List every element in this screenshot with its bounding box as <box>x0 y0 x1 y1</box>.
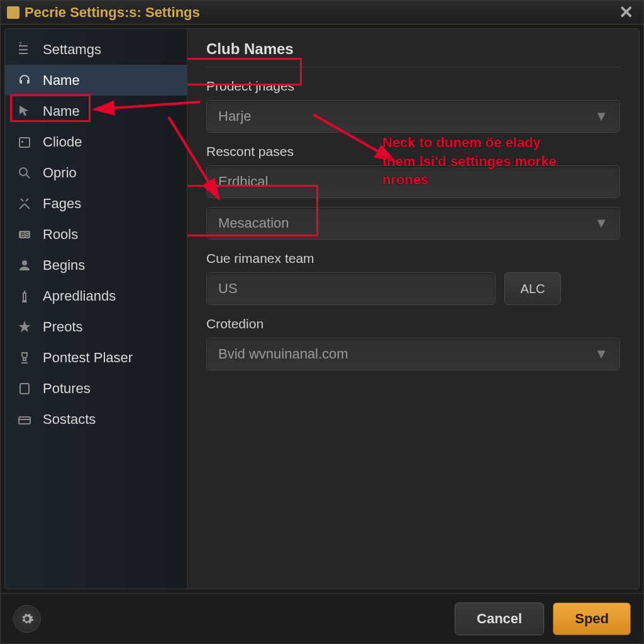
gear-icon[interactable] <box>13 605 41 633</box>
sidebar-item-label: Apredliands <box>43 288 116 304</box>
chevron-down-icon: ▼ <box>594 346 608 362</box>
sidebar-item-name[interactable]: Name <box>5 65 187 96</box>
sidebar-item-label: Oprio <box>43 165 77 181</box>
sidebar-item-sostacts[interactable]: Sostacts <box>5 404 187 435</box>
magnify-icon <box>16 165 33 181</box>
sidebar: 7SettamgsNameNameCliodeOprioFagesBSRools… <box>5 29 187 589</box>
settings-window: Pecrie Settings:s: Settings ✕ 7SettamgsN… <box>0 0 644 644</box>
person-icon <box>16 257 33 274</box>
chevron-down-icon: ▼ <box>594 108 608 125</box>
sidebar-item-fages[interactable]: Fages <box>5 188 187 219</box>
svg-rect-7 <box>20 384 29 394</box>
alc-button[interactable]: ALC <box>504 272 561 305</box>
sidebar-item-begins[interactable]: Begins <box>5 250 187 280</box>
save-button[interactable]: Sped <box>553 602 631 635</box>
cursor-icon <box>16 103 33 119</box>
candle-icon <box>16 288 33 304</box>
svg-rect-1 <box>19 138 30 147</box>
app-icon <box>7 6 19 19</box>
input-value: US <box>218 280 238 297</box>
svg-rect-2 <box>21 141 23 143</box>
sidebar-item-label: Preots <box>43 319 83 335</box>
window-body: 7SettamgsNameNameCliodeOprioFagesBSRools… <box>4 28 640 589</box>
sidebar-item-label: Potures <box>43 380 91 397</box>
svg-text:7: 7 <box>18 42 22 48</box>
select-value: Mesacation <box>218 215 289 231</box>
footer: Cancel Sped <box>1 593 643 643</box>
headset-icon <box>16 72 33 89</box>
sidebar-item-label: Name <box>43 103 80 119</box>
device-icon <box>16 380 33 397</box>
chest-icon <box>16 411 33 428</box>
sidebar-item-label: Sostacts <box>43 411 96 428</box>
crotedion-select[interactable]: Bvid wvnuinanal.com ▼ <box>206 338 620 370</box>
bs-icon: BS <box>16 226 33 243</box>
sidebar-item-oprio[interactable]: Oprio <box>5 157 187 188</box>
sidebar-item-cliode[interactable]: Cliode <box>5 126 187 157</box>
star-icon <box>16 319 33 335</box>
section-heading: Club Names <box>206 40 620 67</box>
sidebar-item-preots[interactable]: Preots <box>5 311 187 342</box>
sidebar-item-label: Begins <box>43 257 85 274</box>
swords-icon <box>16 196 33 212</box>
window-title: Pecrie Settings:s: Settings <box>25 4 200 21</box>
chevron-down-icon: ▼ <box>594 215 608 231</box>
field-label-cue-team: Cue rimanex team <box>206 251 620 266</box>
svg-rect-8 <box>19 417 30 424</box>
select-value: Bvid wvnuinanal.com <box>218 346 348 362</box>
sidebar-item-label: Name <box>43 72 80 89</box>
trophy-icon <box>16 350 33 366</box>
main-panel: Club Names Prodect jnages Harje ▼ Rescon… <box>187 29 639 589</box>
svg-point-3 <box>19 168 27 175</box>
field-label-product-images: Prodect jnages <box>206 79 620 94</box>
rescont-input-1[interactable]: Erdhical <box>206 165 620 198</box>
sidebar-item-label: Rools <box>43 226 78 243</box>
sidebar-item-apredliands[interactable]: Apredliands <box>5 280 187 311</box>
sidebar-item-pontest plaser[interactable]: Pontest Plaser <box>5 342 187 373</box>
calendar-icon <box>16 134 33 150</box>
mesacation-select[interactable]: Mesacation ▼ <box>206 207 620 240</box>
select-value: Harje <box>218 108 252 125</box>
team-input[interactable]: US <box>206 272 496 305</box>
sidebar-item-settamgs[interactable]: 7Settamgs <box>5 34 187 65</box>
sidebar-item-label: Pontest Plaser <box>43 350 133 366</box>
field-label-rescont-pases: Rescont pases <box>206 144 620 159</box>
sidebar-item-potures[interactable]: Potures <box>5 373 187 404</box>
product-images-select[interactable]: Harje ▼ <box>206 100 620 133</box>
svg-point-6 <box>22 260 27 265</box>
sidebar-item-name[interactable]: Name <box>5 96 187 126</box>
field-label-crotedion: Crotedion <box>206 316 620 331</box>
close-icon[interactable]: ✕ <box>615 2 637 23</box>
sidebar-item-label: Cliode <box>43 134 82 150</box>
input-value: Erdhical <box>218 174 268 190</box>
sidebar-item-label: Fages <box>43 196 81 212</box>
cancel-button[interactable]: Cancel <box>455 602 544 635</box>
svg-text:BS: BS <box>21 231 30 238</box>
sidebar-item-label: Settamgs <box>43 42 101 58</box>
titlebar: Pecrie Settings:s: Settings ✕ <box>1 1 643 25</box>
sidebar-item-rools[interactable]: BSRools <box>5 219 187 250</box>
sliders-icon: 7 <box>16 42 33 58</box>
